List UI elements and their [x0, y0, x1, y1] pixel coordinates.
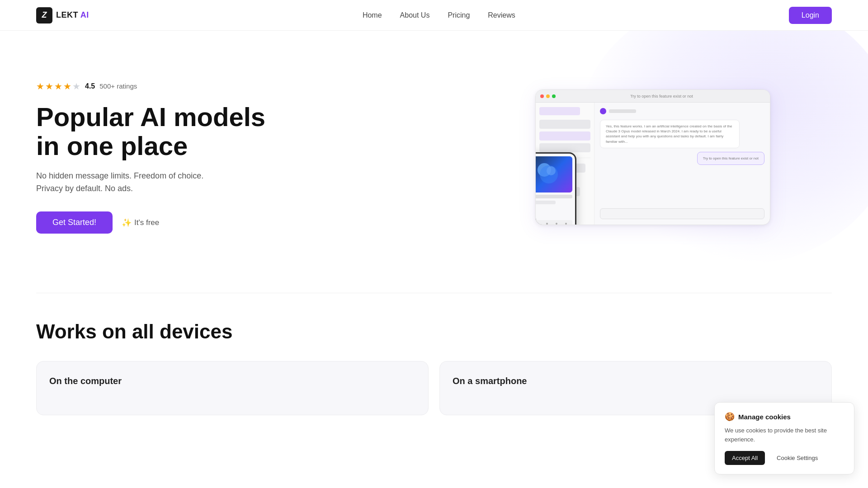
- phone-bar-2: [535, 201, 556, 204]
- mockup-input-bar: [600, 208, 764, 219]
- device-card-computer: On the computer: [36, 361, 429, 415]
- traffic-light-yellow: [546, 94, 550, 98]
- nav-links: Home About Us Pricing Reviews: [363, 11, 515, 19]
- nav-about[interactable]: About Us: [400, 11, 430, 19]
- mockup-topbar: Try to open this feature exist or not: [536, 90, 770, 103]
- nav-reviews[interactable]: Reviews: [488, 11, 515, 19]
- sidebar-item-1: [539, 120, 590, 129]
- logo-link[interactable]: Z LEKT AI: [36, 7, 89, 23]
- star-3: ★: [54, 81, 62, 92]
- rating-score: 4.5: [85, 82, 95, 90]
- hero-cta-row: Get Started! ✨ It's free: [36, 211, 474, 234]
- mockup-header-row: [600, 108, 764, 114]
- phone-nav-3: [556, 223, 557, 225]
- mockup-logo-row: [539, 107, 580, 115]
- mockup-main: Yes, this feature works. I am an artific…: [594, 103, 770, 225]
- star-5: ★: [72, 81, 80, 92]
- phone-nav-2: [546, 223, 548, 225]
- logo-text: LEKT AI: [56, 10, 89, 20]
- rating-count: 500+ ratings: [99, 82, 137, 90]
- devices-cards: On the computer On a smartphone: [36, 361, 832, 415]
- mockup-ai-icon: [600, 108, 606, 114]
- navbar: Z LEKT AI Home About Us Pricing Reviews …: [0, 0, 868, 31]
- phone-bar-1: [535, 195, 572, 198]
- star-2: ★: [45, 81, 53, 92]
- bird-shape-1: [538, 163, 551, 177]
- its-free-label: ✨ It's free: [122, 218, 159, 228]
- mockup-url-bar: Try to open this feature exist or not: [558, 94, 765, 99]
- hero-title: Popular AI models in one place: [36, 103, 474, 160]
- device-card-smartphone-title: On a smartphone: [453, 376, 819, 386]
- devices-title: Works on all devices: [36, 320, 832, 343]
- device-card-computer-title: On the computer: [49, 376, 415, 386]
- star-4: ★: [63, 81, 71, 92]
- phone-screen: [535, 154, 575, 225]
- sidebar-item-2: [539, 131, 590, 141]
- rating-row: ★ ★ ★ ★ ★ 4.5 500+ ratings: [36, 81, 474, 92]
- sidebar-item-3: [539, 143, 590, 152]
- logo-icon: Z: [36, 7, 52, 23]
- phone-mockup: [535, 152, 576, 225]
- phone-bottom-nav: [535, 220, 572, 225]
- traffic-light-red: [540, 94, 544, 98]
- cookie-title: Manage cookies: [738, 413, 791, 421]
- cookie-header: 🍪 Manage cookies: [725, 412, 844, 422]
- sparkle-icon: ✨: [122, 218, 132, 228]
- nav-home[interactable]: Home: [363, 11, 382, 19]
- phone-nav-1: [537, 223, 538, 225]
- hero-subtitle: No hidden message limits. Freedom of cho…: [36, 169, 226, 196]
- hero-image: Try to open this feature exist or not: [474, 89, 832, 225]
- cookie-text: We use cookies to provide the best site …: [725, 426, 844, 433]
- mockup-chat-ai: Yes, this feature works. I am an artific…: [600, 120, 740, 148]
- get-started-button[interactable]: Get Started!: [36, 211, 113, 234]
- login-button[interactable]: Login: [789, 7, 832, 24]
- nav-pricing[interactable]: Pricing: [448, 11, 470, 19]
- star-rating: ★ ★ ★ ★ ★: [36, 81, 80, 92]
- hero-section: ★ ★ ★ ★ ★ 4.5 500+ ratings Popular AI mo…: [0, 31, 868, 293]
- cookie-banner: 🍪 Manage cookies We use cookies to provi…: [714, 402, 854, 433]
- hero-content: ★ ★ ★ ★ ★ 4.5 500+ ratings Popular AI mo…: [36, 81, 474, 234]
- app-mockup: Try to open this feature exist or not: [535, 89, 770, 225]
- star-1: ★: [36, 81, 44, 92]
- phone-nav-4: [565, 223, 567, 225]
- cookie-icon: 🍪: [725, 412, 735, 422]
- mockup-chat-user: Try to open this feature exist or not: [697, 152, 764, 165]
- traffic-light-green: [552, 94, 556, 98]
- phone-image: [535, 156, 572, 192]
- mockup-model-name: [609, 109, 636, 113]
- bird-shape-2: [547, 166, 556, 175]
